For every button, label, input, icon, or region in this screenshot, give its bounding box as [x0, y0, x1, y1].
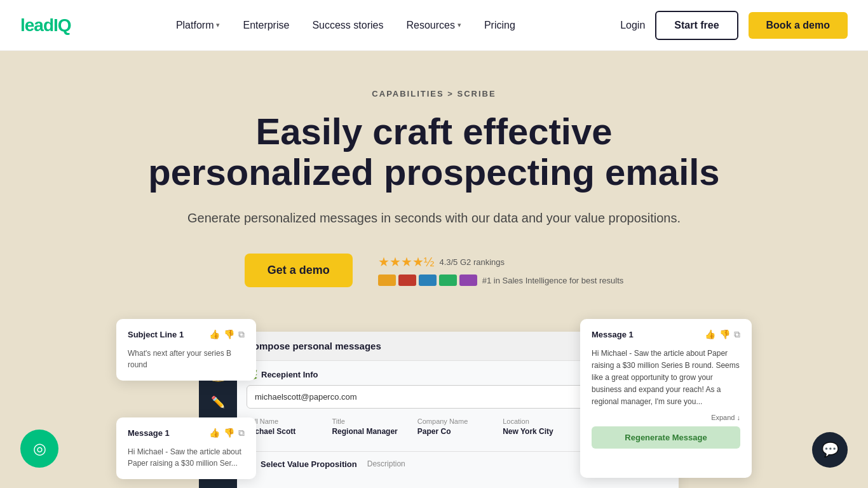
badge-icon-1: [378, 274, 396, 286]
field-full-name: Full Name Michael Scott: [247, 417, 324, 442]
message-left-title: Message 1: [128, 428, 170, 438]
badge-icon-4: [439, 274, 457, 286]
field-location: Location New York City: [503, 417, 580, 442]
nav-item-enterprise[interactable]: Enterprise: [243, 20, 289, 31]
start-free-button[interactable]: Start free: [655, 11, 738, 40]
navbar: leadIQ Platform ▾ Enterprise Success sto…: [0, 0, 868, 51]
hero-subtitle: Generate personalized messages in second…: [148, 208, 720, 228]
hero-ratings: ★★★★½ 4.3/5 G2 rankings #1 in Sales Inte…: [378, 254, 624, 286]
badge-text: #1 in Sales Intelligence for best result…: [482, 276, 624, 285]
thumbs-down-icon[interactable]: 👎: [224, 329, 234, 339]
fingerprint-button[interactable]: ◎: [20, 430, 58, 468]
message-right-body: Hi Michael - Saw the article about Paper…: [592, 348, 740, 409]
copy-icon[interactable]: ⧉: [238, 428, 245, 438]
subject-card-text: What's next after your series B round: [128, 348, 245, 370]
breadcrumb: CAPABILITIES > SCRIBE: [148, 89, 720, 98]
get-demo-button[interactable]: Get a demo: [245, 254, 353, 287]
stars-icon: ★★★★½: [378, 254, 435, 269]
login-link[interactable]: Login: [620, 20, 645, 31]
field-label: Company Name: [417, 417, 495, 425]
chat-icon: 💬: [822, 442, 839, 458]
field-company: Company Name Paper Co: [417, 417, 495, 442]
card-actions: 👍 👎 ⧉: [705, 329, 740, 340]
thumbs-down-icon[interactable]: 👎: [224, 428, 234, 438]
nav-actions: Login Start free Book a demo: [620, 11, 848, 40]
chevron-down-icon: ▾: [458, 21, 461, 29]
field-value: Regional Manager: [332, 427, 409, 436]
regenerate-button[interactable]: Regenerate Message: [592, 426, 740, 449]
field-value: Michael Scott: [247, 427, 324, 436]
hero-actions: Get a demo ★★★★½ 4.3/5 G2 rankings #1 in…: [148, 254, 720, 287]
thumbs-down-icon[interactable]: 👎: [719, 329, 730, 339]
field-value: Paper Co: [417, 427, 495, 436]
nav-links: Platform ▾ Enterprise Success stories Re…: [176, 20, 515, 31]
badge-icon-3: [419, 274, 437, 286]
page-title: Easily craft effective personalized pros…: [148, 111, 720, 193]
logo[interactable]: leadIQ: [20, 15, 71, 36]
field-label: Full Name: [247, 417, 324, 425]
copy-icon[interactable]: ⧉: [734, 329, 740, 340]
message-left-card: Message 1 👍 👎 ⧉ Hi Michael - Saw the art…: [116, 417, 256, 479]
card-header: Message 1 👍 👎 ⧉: [592, 329, 740, 340]
thumbs-up-icon[interactable]: 👍: [705, 329, 715, 339]
nav-item-success-stories[interactable]: Success stories: [312, 20, 383, 31]
nav-item-platform[interactable]: Platform ▾: [176, 20, 220, 31]
badge-icons: [378, 274, 477, 286]
field-title: Title Regional Manager: [332, 417, 409, 442]
field-label: Title: [332, 417, 409, 425]
subject-card-actions: 👍 👎 ⧉: [209, 329, 245, 340]
message-right-title: Message 1: [592, 330, 634, 339]
badge-icon-5: [459, 274, 477, 286]
message-right-card: Message 1 👍 👎 ⧉ Hi Michael - Saw the art…: [580, 319, 752, 478]
card-header: Message 1 👍 👎 ⧉: [128, 428, 245, 438]
badge-row: #1 in Sales Intelligence for best result…: [378, 274, 624, 286]
thumbs-up-icon[interactable]: 👍: [209, 329, 220, 339]
vp-desc: Description: [367, 459, 405, 468]
field-label: Location: [503, 417, 580, 425]
chat-button[interactable]: 💬: [812, 432, 848, 468]
nav-item-resources[interactable]: Resources ▾: [406, 20, 461, 31]
book-demo-button[interactable]: Book a demo: [749, 12, 848, 39]
vp-label: 💡 Select Value Proposition: [247, 459, 357, 469]
card-header: Subject Line 1 👍 👎 ⧉: [128, 329, 245, 340]
subject-card-title: Subject Line 1: [128, 330, 184, 339]
hero-ui-preview: Subject Line 1 👍 👎 ⧉ What's next after y…: [116, 319, 752, 488]
rating-score: 4.3/5 G2 rankings: [439, 257, 505, 267]
hero-content: CAPABILITIES > SCRIBE Easily craft effec…: [148, 89, 720, 287]
message-left-text: Hi Michael - Saw the article about Paper…: [128, 446, 245, 469]
edit-icon[interactable]: ✏️: [211, 395, 225, 409]
field-value: New York City: [503, 427, 580, 436]
g2-rating-row: ★★★★½ 4.3/5 G2 rankings: [378, 254, 505, 269]
subject-line-card: Subject Line 1 👍 👎 ⧉ What's next after y…: [116, 319, 256, 381]
copy-icon[interactable]: ⧉: [238, 329, 245, 340]
hero-section: CAPABILITIES > SCRIBE Easily craft effec…: [0, 51, 868, 488]
chevron-down-icon: ▾: [216, 21, 220, 29]
fingerprint-icon: ◎: [33, 440, 46, 458]
nav-item-pricing[interactable]: Pricing: [484, 20, 515, 31]
card-actions: 👍 👎 ⧉: [209, 428, 245, 438]
expand-link[interactable]: Expand ↓: [592, 414, 740, 421]
thumbs-up-icon[interactable]: 👍: [209, 428, 220, 438]
badge-icon-2: [398, 274, 416, 286]
